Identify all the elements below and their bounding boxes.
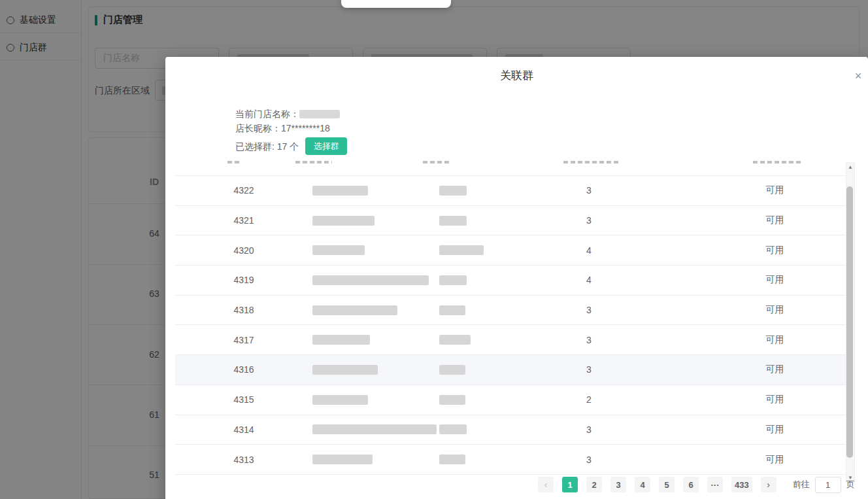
cell-status: 可用 — [731, 235, 819, 265]
page-button-2[interactable]: 2 — [586, 477, 602, 492]
cell-group-id: 4315 — [195, 385, 293, 415]
group-owner-blurred — [439, 424, 467, 434]
cell-group-id: 4322 — [195, 176, 293, 205]
toast-remnant — [341, 0, 451, 8]
goto-page: 前往 页 — [793, 477, 855, 493]
cell-status: 可用 — [731, 296, 819, 325]
group-owner-blurred — [439, 365, 465, 375]
close-icon[interactable]: × — [850, 68, 866, 84]
page-button-6[interactable]: 6 — [683, 477, 699, 492]
cell-member-count: 4 — [543, 235, 635, 265]
page-button-1[interactable]: 1 — [562, 477, 578, 492]
selected-groups-line: 已选择群: 17 个 选择群 — [235, 137, 347, 155]
group-name-blurred — [312, 455, 373, 464]
cell-member-count: 3 — [543, 415, 635, 445]
cell-group-id: 4313 — [195, 445, 293, 474]
cell-group-id: 4317 — [195, 325, 293, 354]
associated-groups-dialog: 关联群 × 当前门店名称： 店长昵称：17********18 已选择群: 17… — [165, 57, 868, 499]
column-header-blurred — [563, 161, 620, 163]
cell-member-count: 3 — [543, 206, 635, 235]
page-button-5[interactable]: 5 — [659, 477, 675, 492]
app-window: 基础设置 门店群 门店管理 门店名称 门店所在区域 ID 64 63 62 61… — [0, 0, 868, 499]
cell-status: 可用 — [731, 266, 819, 295]
column-header-blurred — [753, 161, 803, 163]
scroll-up-icon[interactable]: ▲ — [846, 164, 854, 170]
cell-status: 可用 — [731, 325, 819, 354]
cell-member-count: 3 — [543, 176, 635, 205]
cell-member-count: 3 — [543, 445, 635, 474]
cell-member-count: 4 — [543, 266, 635, 295]
groups-table: 4322 3 可用 4321 3 可用 4320 4 可用 43 — [175, 175, 847, 475]
cell-group-id: 4314 — [195, 415, 293, 445]
group-name-blurred — [312, 245, 365, 255]
table-row[interactable]: 4320 4 可用 — [175, 235, 847, 266]
group-name-blurred — [312, 275, 429, 285]
dialog-title: 关联群 — [165, 68, 868, 83]
goto-unit: 页 — [846, 479, 855, 490]
table-row[interactable]: 4318 3 可用 — [175, 296, 847, 326]
cell-member-count: 3 — [543, 325, 635, 354]
cell-status: 可用 — [731, 385, 819, 415]
cell-member-count: 2 — [543, 385, 635, 415]
table-row[interactable]: 4317 3 可用 — [175, 325, 847, 355]
cell-status: 可用 — [731, 206, 819, 235]
table-row[interactable]: 4315 2 可用 — [175, 385, 847, 415]
select-group-button[interactable]: 选择群 — [305, 137, 347, 155]
goto-label: 前往 — [793, 479, 810, 490]
table-row[interactable]: 4319 4 可用 — [175, 266, 847, 296]
manager-nickname: 17********18 — [281, 123, 330, 133]
cell-member-count: 3 — [543, 355, 635, 385]
group-owner-blurred — [439, 216, 467, 226]
column-header-blurred — [227, 161, 239, 163]
page-button-3[interactable]: 3 — [610, 477, 626, 492]
cell-group-id: 4319 — [195, 266, 293, 295]
group-name-blurred — [312, 424, 437, 434]
store-info-block: 当前门店名称： 店长昵称：17********18 已选择群: 17 个 选择群 — [235, 107, 347, 155]
group-owner-blurred — [439, 305, 465, 315]
group-name-blurred — [312, 186, 368, 196]
cell-status: 可用 — [731, 355, 819, 385]
cell-status: 可用 — [731, 415, 819, 445]
table-row[interactable]: 4321 3 可用 — [175, 206, 847, 236]
group-owner-blurred — [439, 245, 484, 255]
goto-page-input[interactable] — [815, 477, 841, 493]
page-button-last[interactable]: 433 — [731, 477, 752, 492]
cell-status: 可用 — [731, 176, 819, 205]
manager-line: 店长昵称：17********18 — [235, 121, 347, 135]
column-header-blurred — [295, 161, 332, 163]
table-row[interactable]: 4314 3 可用 — [175, 415, 847, 445]
current-store-line: 当前门店名称： — [235, 107, 347, 121]
group-name-blurred — [312, 305, 397, 315]
group-name-blurred — [312, 395, 368, 405]
group-owner-blurred — [439, 186, 467, 196]
cell-group-id: 4320 — [195, 235, 293, 265]
group-owner-blurred — [439, 275, 467, 285]
cell-group-id: 4316 — [195, 355, 293, 385]
table-row[interactable]: 4313 3 可用 — [175, 445, 847, 475]
group-owner-blurred — [439, 335, 471, 345]
table-row[interactable]: 4316 3 可用 — [175, 355, 847, 385]
table-row[interactable]: 4322 3 可用 — [175, 176, 847, 206]
group-name-blurred — [312, 365, 378, 375]
page-button-4[interactable]: 4 — [635, 477, 650, 492]
group-owner-blurred — [439, 455, 465, 464]
more-pages-button[interactable]: ··· — [707, 477, 723, 492]
column-header-blurred — [423, 161, 450, 163]
store-name-blurred — [299, 110, 340, 118]
group-name-blurred — [312, 216, 375, 226]
group-owner-blurred — [439, 395, 465, 405]
prev-page-button[interactable]: ‹ — [538, 477, 554, 492]
cell-member-count: 3 — [543, 296, 635, 325]
cell-status: 可用 — [731, 445, 819, 474]
next-page-button[interactable]: › — [761, 477, 776, 492]
group-name-blurred — [312, 335, 370, 345]
pagination: ‹ 1 2 3 4 5 6 ··· 433 › 前往 页 — [538, 476, 855, 493]
scrollbar-thumb[interactable] — [846, 186, 853, 458]
cell-group-id: 4321 — [195, 206, 293, 235]
cell-group-id: 4318 — [195, 296, 293, 325]
